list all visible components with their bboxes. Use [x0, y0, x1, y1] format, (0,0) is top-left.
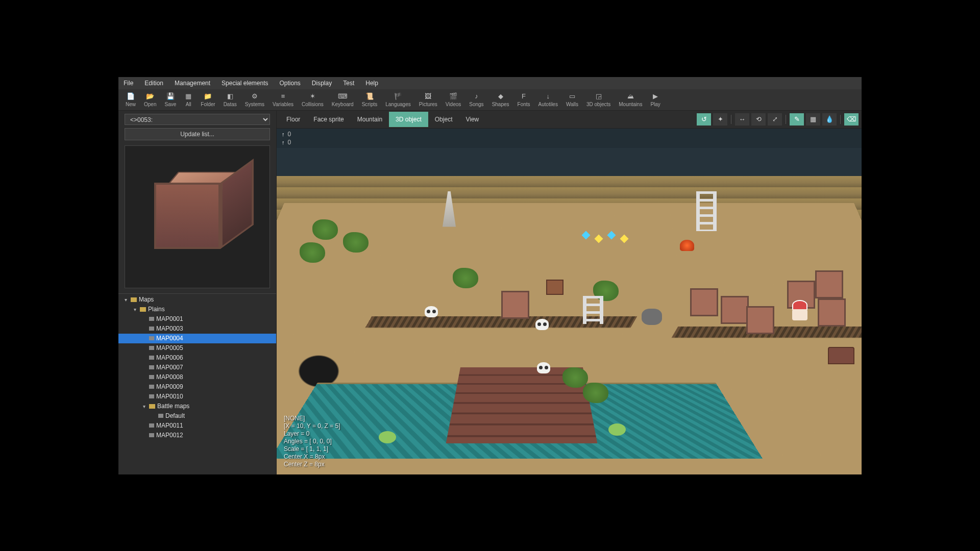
tool-languages[interactable]: 🏴Languages [381, 91, 415, 108]
map-icon [149, 317, 154, 321]
tree-map[interactable]: MAP0011 [118, 421, 276, 431]
tool-videos[interactable]: 🎬Videos [442, 91, 465, 108]
object-selector[interactable]: <>0053: [125, 114, 270, 125]
view-tool-button[interactable]: ✎ [790, 113, 804, 126]
stat-line: [X = 10, Y = 0, Z = 5] [284, 422, 340, 430]
collisions-icon: ✶ [308, 92, 316, 101]
update-list-button[interactable]: Update list... [125, 128, 270, 140]
map-icon [158, 414, 163, 418]
chest-icon [828, 347, 854, 364]
tool-save[interactable]: 💾Save [160, 91, 180, 108]
view-tool-button[interactable]: ⤢ [768, 113, 782, 126]
view-tab-3d-object[interactable]: 3D object [389, 112, 428, 127]
tool-datas[interactable]: ◧Datas [219, 91, 241, 108]
tree-map[interactable]: MAP0005 [118, 343, 276, 353]
autotiles-icon: ↓ [544, 92, 552, 101]
campfire-icon [680, 240, 694, 251]
view-tab-mountain[interactable]: Mountain [351, 112, 389, 127]
tree-map[interactable]: MAP0010 [118, 392, 276, 402]
3d objects-icon: ◲ [595, 92, 603, 101]
tree-map[interactable]: MAP0007 [118, 363, 276, 372]
folder-icon [131, 297, 137, 302]
tree-folder[interactable]: ▾Plains [118, 305, 276, 314]
tool-new[interactable]: 📄New [121, 91, 140, 108]
languages-icon: 🏴 [394, 92, 402, 101]
tree-folder[interactable]: ▾Battle maps [118, 402, 276, 411]
tree-label: MAP0005 [156, 344, 183, 352]
view-tab-floor[interactable]: Floor [280, 112, 307, 127]
songs-icon: ♪ [472, 92, 480, 101]
view-tab-face-sprite[interactable]: Face sprite [307, 112, 350, 127]
expander-icon[interactable]: ▾ [141, 403, 147, 410]
tree-map[interactable]: MAP0003 [118, 324, 276, 334]
separator [840, 115, 841, 124]
overlay-stats: [NONE][X = 10, Y = 0, Z = 5]Layer = 0Ang… [284, 415, 340, 468]
map-icon [149, 327, 154, 331]
scene-3d[interactable]: [NONE][X = 10, Y = 0, Z = 5]Layer = 0Ang… [277, 148, 862, 474]
tool-scripts[interactable]: 📜Scripts [358, 91, 382, 108]
tool-fonts[interactable]: FFonts [513, 91, 534, 108]
save-icon: 💾 [166, 92, 175, 101]
tool-walls[interactable]: ▭Walls [562, 91, 582, 108]
tree-map[interactable]: MAP0004 [118, 334, 276, 343]
tool-variables[interactable]: ≡Variables [268, 91, 298, 108]
tool-collisions[interactable]: ✶Collisions [298, 91, 328, 108]
sidebar-top: <>0053: Update list... [118, 111, 276, 143]
view-tool-button[interactable]: 💧 [822, 113, 837, 126]
expander-icon[interactable]: ▾ [122, 296, 129, 304]
view-tool-button[interactable]: ⌫ [844, 113, 859, 126]
letterbox-top [118, 67, 862, 77]
tree-map[interactable]: Default [118, 411, 276, 421]
arrow-up-icon[interactable]: ↑ [282, 138, 285, 146]
tool-all[interactable]: ▦All [180, 91, 197, 108]
menu-special-elements[interactable]: Special elements [219, 79, 270, 88]
sidebar: <>0053: Update list... ▾Maps▾PlainsMAP00… [118, 111, 277, 474]
view-tool-button[interactable]: ▦ [806, 113, 820, 126]
view-tool-button[interactable]: ↔ [735, 113, 749, 126]
crate-preview-icon [154, 173, 241, 260]
tree-map[interactable]: MAP0008 [118, 372, 276, 382]
tool-pictures[interactable]: 🖼Pictures [415, 91, 442, 108]
tool-systems[interactable]: ⚙Systems [241, 91, 268, 108]
lilypad-icon [608, 423, 626, 436]
view-tool-button[interactable]: ⟲ [751, 113, 766, 126]
tool-3d-objects[interactable]: ◲3D objects [582, 91, 615, 108]
view-tab-view[interactable]: View [459, 112, 485, 127]
menu-help[interactable]: Help [363, 79, 380, 88]
menu-test[interactable]: Test [341, 79, 356, 88]
tool-shapes[interactable]: ◆Shapes [488, 91, 513, 108]
tree-label: MAP0003 [156, 325, 183, 333]
lilypad-icon [379, 431, 396, 443]
menu-display[interactable]: Display [310, 79, 334, 88]
menu-file[interactable]: File [121, 79, 135, 88]
tool-mountains[interactable]: ⛰Mountains [615, 91, 646, 108]
fonts-icon: F [520, 92, 528, 101]
menu-management[interactable]: Management [173, 79, 212, 88]
tool-play[interactable]: ▶Play [646, 91, 664, 108]
tool-keyboard[interactable]: ⌨Keyboard [328, 91, 358, 108]
tree-map[interactable]: MAP0012 [118, 431, 276, 440]
map-tree[interactable]: ▾Maps▾PlainsMAP0001MAP0003MAP0004MAP0005… [118, 293, 276, 474]
layer-value: 0 [288, 138, 291, 146]
separator [731, 115, 731, 124]
tool-songs[interactable]: ♪Songs [465, 91, 487, 108]
scripts-icon: 📜 [365, 92, 374, 101]
crate-icon [690, 288, 718, 316]
view-tab-object[interactable]: Object [428, 112, 459, 127]
bush-icon [453, 268, 478, 288]
tool-autotiles[interactable]: ↓Autotiles [534, 91, 562, 108]
tree-map[interactable]: MAP0001 [118, 314, 276, 324]
menu-edition[interactable]: Edition [142, 79, 165, 88]
tool-folder[interactable]: 📁Folder [197, 91, 219, 108]
tree-map[interactable]: MAP0006 [118, 353, 276, 363]
tree-map[interactable]: MAP0009 [118, 382, 276, 392]
arrow-up-icon[interactable]: ↑ [282, 130, 285, 138]
view-tool-button[interactable]: ↺ [697, 113, 711, 126]
skull-icon [535, 319, 549, 330]
expander-icon[interactable]: ▾ [132, 306, 138, 313]
menu-options[interactable]: Options [277, 79, 302, 88]
pictures-icon: 🖼 [424, 92, 432, 101]
tool-open[interactable]: 📂Open [140, 91, 160, 108]
tree-folder[interactable]: ▾Maps [118, 295, 276, 305]
view-tool-button[interactable]: ✦ [713, 113, 727, 126]
